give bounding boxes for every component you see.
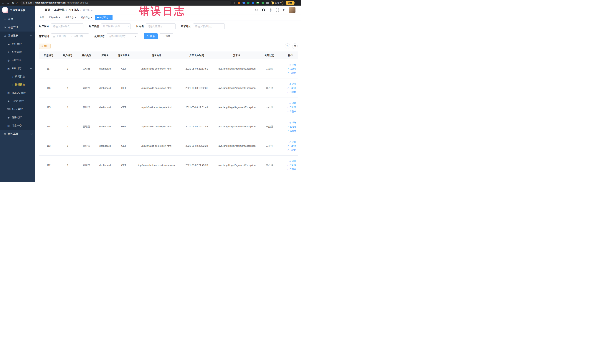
cell-user-id: 1 — [58, 78, 77, 98]
security-chip[interactable]: ⚠ 不安全 — [23, 1, 32, 4]
app-frame: 芋道管理系统 ⌂ 首页 ⚙ 系统管理 ▤ 基础设施 ☁ 文件管理 ✎ 配置管理 — [0, 6, 302, 182]
chevron-down-icon[interactable]: ▾ — [297, 9, 299, 11]
tab-access-log[interactable]: 访问日志 × — [79, 15, 94, 20]
close-icon[interactable]: × — [75, 16, 76, 19]
bookmark-star-icon[interactable]: ☆ — [233, 1, 236, 4]
reset-button[interactable]: ↻ 重置 — [160, 33, 173, 39]
cell-method: GET — [114, 59, 133, 78]
extension-on-badge[interactable]: on — [256, 2, 259, 4]
detail-link[interactable]: ◎详细 — [279, 140, 296, 144]
user-type-select[interactable]: 请选择用户类型 ▾ — [101, 23, 131, 29]
sidebar-item-api-log[interactable]: ▣ API 日志 — [0, 64, 35, 72]
processed-link[interactable]: ✓已处理 — [279, 105, 296, 109]
detail-link[interactable]: ◎详细 — [279, 101, 296, 105]
hamburger-icon[interactable] — [38, 9, 42, 11]
chevron-down-icon: ▾ — [128, 25, 129, 28]
cell-log-id: 115 — [39, 98, 58, 117]
sidebar-item-scheduled-job[interactable]: ◷ 定时任务 — [0, 56, 35, 64]
help-icon[interactable]: ? — [269, 9, 272, 12]
extension-icon-grid[interactable] — [252, 2, 254, 4]
date-range-picker[interactable]: ▦ 开始日期 - 结束日期 — [51, 33, 89, 39]
sidebar-item-access-log[interactable]: ▢ 访问日志 — [0, 72, 35, 81]
processed-link[interactable]: ✓已处理 — [279, 144, 296, 148]
paused-badge[interactable]: 已暂停 — [271, 1, 283, 5]
check-icon: ✓ — [287, 148, 289, 152]
sidebar-item-label: Java 监控 — [12, 107, 23, 111]
close-icon[interactable]: × — [59, 16, 60, 19]
detail-link[interactable]: ◎详细 — [279, 82, 296, 86]
search-icon[interactable] — [255, 8, 258, 12]
processed-link[interactable]: ✓已处理 — [279, 67, 296, 71]
export-button[interactable]: ↧ 导出 — [39, 44, 51, 49]
processed-link[interactable]: ✓已处理 — [279, 86, 296, 90]
breadcrumb-item-home[interactable]: 首页 — [45, 8, 50, 12]
close-icon[interactable]: × — [109, 16, 111, 19]
tab-home[interactable]: 首页 — [38, 15, 46, 20]
ignored-link[interactable]: ✓已忽略 — [279, 167, 296, 171]
tab-label: 错误日志 — [100, 16, 108, 19]
ignored-link[interactable]: ✓已忽略 — [279, 90, 296, 94]
processed-link[interactable]: ✓已处理 — [279, 163, 296, 167]
extensions-puzzle-icon[interactable] — [266, 2, 269, 4]
breadcrumb-item-api-log[interactable]: API 日志 — [69, 8, 79, 12]
sidebar-item-dev-tools[interactable]: ⚒ 研发工具 — [0, 130, 35, 138]
detail-link[interactable]: ◎详细 — [279, 63, 296, 67]
cell-user-type: 管理员 — [77, 156, 96, 175]
cell-actions: ◎详细 ✓已处理 ✓已忽略 — [279, 156, 298, 175]
process-status-select[interactable]: 请选择处理状态 ▾ — [107, 33, 138, 39]
ignored-link[interactable]: ✓已忽略 — [279, 109, 296, 114]
font-size-icon[interactable]: TT — [283, 9, 285, 12]
avatar[interactable] — [289, 7, 295, 13]
sidebar-item-label: 配置管理 — [12, 50, 22, 54]
page-content: 用户编号 用户类型 请选择用户类型 ▾ 应用名 请求地址 — [35, 21, 302, 182]
cell-exception: java.lang.IllegalArgumentException — [214, 98, 260, 117]
breadcrumb-item-infra[interactable]: 基础设施 — [54, 8, 65, 12]
sidebar-item-system[interactable]: ⚙ 系统管理 — [0, 23, 35, 32]
sidebar-item-config-manage[interactable]: ✎ 配置管理 — [0, 48, 35, 56]
sidebar-item-file-manage[interactable]: ☁ 文件管理 — [0, 40, 35, 48]
ignored-link[interactable]: ✓已忽略 — [279, 129, 296, 133]
col-actions: 操作 — [279, 52, 298, 59]
download-icon: ↧ — [41, 45, 43, 47]
request-url-input[interactable] — [193, 23, 225, 29]
sidebar-item-java-monitor[interactable]: ⌨ Java 监控 — [0, 105, 35, 113]
sidebar-item-log-center[interactable]: ▨ 日志中心 — [0, 121, 35, 130]
fullscreen-icon[interactable] — [276, 8, 279, 12]
browser-home-icon[interactable]: ⌂ — [16, 1, 18, 4]
extension-icon-blue[interactable] — [243, 2, 245, 4]
ignored-link[interactable]: ✓已忽略 — [279, 148, 296, 152]
close-icon[interactable]: × — [91, 16, 92, 19]
extension-icon-leaf[interactable] — [262, 2, 264, 4]
ignored-link[interactable]: ✓已忽略 — [279, 71, 296, 75]
extension-icon-green[interactable] — [247, 2, 250, 4]
tab-schedule-log[interactable]: 调度日志 × — [63, 15, 78, 20]
refresh-button[interactable]: ↻ — [285, 43, 290, 49]
browser-update-button[interactable]: 更新 — [286, 1, 295, 5]
sidebar-item-home[interactable]: ⌂ 首页 — [0, 15, 35, 23]
browser-reload-icon[interactable]: ↻ — [12, 1, 14, 4]
browser-menu-icon[interactable]: ⋮ — [297, 1, 300, 4]
app-name-input[interactable] — [146, 23, 175, 29]
extension-icon-red[interactable] — [238, 2, 240, 4]
sidebar-item-mysql-monitor[interactable]: ▥ MySQL 监控 — [0, 89, 35, 97]
sidebar-item-trace[interactable]: ◉ 链路追踪 — [0, 113, 35, 121]
check-icon: ✓ — [287, 86, 289, 90]
sidebar-item-infra[interactable]: ▤ 基础设施 — [0, 32, 35, 40]
search-button[interactable]: 搜索 — [144, 33, 158, 39]
browser-forward-icon[interactable]: → — [7, 1, 10, 4]
detail-link[interactable]: ◎详细 — [279, 120, 296, 125]
processed-link[interactable]: ✓已处理 — [279, 125, 296, 129]
address-bar[interactable]: ⚠ 不安全 dashboard.yudao.iocoder.cn /infra/… — [20, 1, 231, 5]
column-settings-button[interactable]: ⊞ — [292, 43, 298, 49]
detail-link[interactable]: ◎详细 — [279, 159, 296, 163]
document-icon: ▢ — [10, 83, 13, 86]
table-header-row: 日志编号 用户编号 用户类型 应用名 请求方法名 请求地址 异常发生时间 异常名… — [39, 52, 298, 59]
tab-error-log[interactable]: 错误日志 × — [95, 15, 113, 20]
user-id-input[interactable] — [51, 23, 83, 29]
github-icon[interactable] — [262, 8, 265, 12]
logo-image — [2, 7, 8, 13]
browser-back-icon[interactable]: ← — [2, 1, 5, 4]
tab-scheduled-job[interactable]: 定时任务 × — [47, 15, 62, 20]
sidebar-item-redis-monitor[interactable]: ◈ Redis 监控 — [0, 97, 35, 105]
sidebar-item-error-log[interactable]: ▢ 错误日志 — [0, 81, 35, 89]
